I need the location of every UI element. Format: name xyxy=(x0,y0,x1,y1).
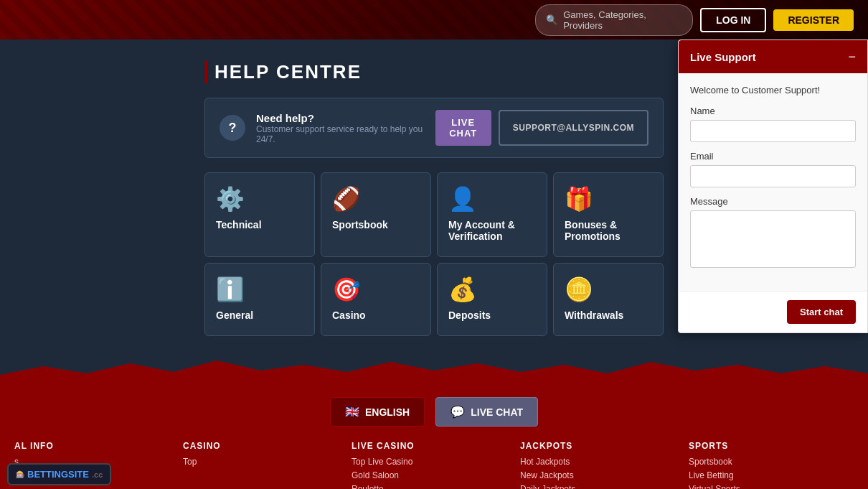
footer-links: AL INFOsCASINOTopLIVE CASINOTop Live Cas… xyxy=(14,441,854,489)
category-card[interactable]: 👤 My Account & Verification xyxy=(437,172,547,257)
logo: 🎰 BETTINGSITE .cc xyxy=(7,463,111,485)
live-support-footer: Start chat xyxy=(679,291,867,332)
footer-col-heading: JACKPOTS xyxy=(520,441,685,451)
logo-cc: .cc xyxy=(92,470,103,479)
category-card[interactable]: ⚙️ Technical xyxy=(204,172,315,257)
category-label: Sportsbook xyxy=(332,219,388,230)
category-label: Casino xyxy=(332,309,366,321)
search-placeholder: Games, Categories, Providers xyxy=(563,9,682,31)
footer-link[interactable]: Top Live Casino xyxy=(352,457,516,467)
category-card[interactable]: 🪙 Withdrawals xyxy=(553,263,664,336)
footer-lang-row: 🇬🇧 ENGLISH 💬 LIVE CHAT xyxy=(14,397,854,427)
need-help-heading: Need help? xyxy=(256,112,425,124)
footer-column: JACKPOTSHot JackpotsNew JackpotsDaily Ja… xyxy=(520,441,685,489)
category-label: Bonuses & Promotions xyxy=(565,219,652,242)
category-card[interactable]: ℹ️ General xyxy=(204,263,315,336)
category-label: General xyxy=(216,309,253,321)
minimize-button[interactable]: − xyxy=(848,50,856,63)
start-chat-button[interactable]: Start chat xyxy=(787,300,856,324)
footer-link[interactable]: Sportsbook xyxy=(689,457,854,467)
live-chat-button[interactable]: LIVE CHAT xyxy=(435,110,491,146)
footer-col-heading: AL INFO xyxy=(14,441,179,451)
language-button[interactable]: 🇬🇧 ENGLISH xyxy=(330,397,425,427)
footer-column: CASINOTop xyxy=(183,441,348,489)
category-icon: 🏈 xyxy=(332,187,361,210)
category-icon: 💰 xyxy=(448,278,477,301)
message-input[interactable] xyxy=(690,210,856,268)
email-input[interactable] xyxy=(690,165,856,187)
category-icon: 👤 xyxy=(448,187,477,210)
footer-link[interactable]: Top xyxy=(183,457,348,467)
category-label: Technical xyxy=(216,219,262,230)
footer-link[interactable]: Virtual Sports xyxy=(689,484,854,489)
page-title: HELP CENTRE xyxy=(204,61,664,83)
footer-link[interactable]: Roulette xyxy=(352,484,516,489)
name-label: Name xyxy=(690,106,856,116)
message-group: Message xyxy=(690,196,856,271)
email-group: Email xyxy=(690,151,856,187)
flag-icon: 🇬🇧 xyxy=(345,405,359,419)
help-centre-container: HELP CENTRE ? Need help? Customer suppor… xyxy=(190,61,678,336)
chat-icon: 💬 xyxy=(450,405,465,419)
register-button[interactable]: REGISTER xyxy=(773,9,854,31)
logo-text: BETTINGSITE xyxy=(27,469,89,480)
footer-livechat-button[interactable]: 💬 LIVE CHAT xyxy=(435,397,538,427)
footer-col-heading: LIVE CASINO xyxy=(352,441,516,451)
support-email-button[interactable]: SUPPORT@ALLYSPIN.COM xyxy=(499,110,648,146)
name-group: Name xyxy=(690,106,856,142)
email-label: Email xyxy=(690,151,856,162)
category-icon: 🎁 xyxy=(565,187,593,210)
question-icon: ? xyxy=(220,115,245,141)
category-label: Deposits xyxy=(448,309,491,321)
footer-col-heading: CASINO xyxy=(183,441,348,451)
footer-link[interactable]: Daily Jackpots xyxy=(520,484,685,489)
footer-area: 🇬🇧 ENGLISH 💬 LIVE CHAT AL INFOsCASINOTop… xyxy=(0,386,868,489)
footer-col-heading: SPORTS xyxy=(689,441,854,451)
category-grid: ⚙️ Technical 🏈 Sportsbook 👤 My Account &… xyxy=(204,172,664,336)
category-label: My Account & Verification xyxy=(448,219,536,242)
category-card[interactable]: 🎯 Casino xyxy=(321,263,431,336)
need-help-box: ? Need help? Customer support service re… xyxy=(204,98,664,158)
footer-link[interactable]: Gold Saloon xyxy=(352,470,516,480)
footer-link[interactable]: Live Betting xyxy=(689,470,854,480)
search-icon: 🔍 xyxy=(546,14,557,25)
category-icon: 🪙 xyxy=(565,278,593,301)
name-input[interactable] xyxy=(690,120,856,142)
header: 🔍 Games, Categories, Providers LOG IN RE… xyxy=(0,0,868,39)
category-card[interactable]: 🎁 Bonuses & Promotions xyxy=(553,172,664,257)
live-support-title: Live Support xyxy=(690,51,756,63)
category-icon: 🎯 xyxy=(332,278,361,301)
need-help-text: Need help? Customer support service read… xyxy=(256,112,425,144)
message-label: Message xyxy=(690,196,856,207)
footer-livechat-label: LIVE CHAT xyxy=(471,406,523,418)
footer-column: SPORTSSportsbookLive BettingVirtual Spor… xyxy=(689,441,854,489)
footer-link[interactable]: Hot Jackpots xyxy=(520,457,685,467)
search-bar[interactable]: 🔍 Games, Categories, Providers xyxy=(535,4,693,36)
live-support-header: Live Support − xyxy=(679,40,867,73)
login-button[interactable]: LOG IN xyxy=(700,8,766,32)
live-support-body: Welcome to Customer Support! Name Email … xyxy=(679,73,867,291)
live-support-panel: Live Support − Welcome to Customer Suppo… xyxy=(678,39,868,333)
category-icon: ℹ️ xyxy=(216,278,245,301)
need-help-subtext: Customer support service ready to help y… xyxy=(256,124,425,144)
welcome-text: Welcome to Customer Support! xyxy=(690,85,856,96)
footer-column: LIVE CASINOTop Live CasinoGold SaloonRou… xyxy=(352,441,516,489)
category-card[interactable]: 🏈 Sportsbook xyxy=(321,172,431,257)
category-icon: ⚙️ xyxy=(216,187,245,210)
lang-label: ENGLISH xyxy=(365,406,410,418)
category-label: Withdrawals xyxy=(565,309,623,321)
need-help-actions: LIVE CHAT SUPPORT@ALLYSPIN.COM xyxy=(435,110,648,146)
category-card[interactable]: 💰 Deposits xyxy=(437,263,547,336)
footer-link[interactable]: New Jackpots xyxy=(520,470,685,480)
